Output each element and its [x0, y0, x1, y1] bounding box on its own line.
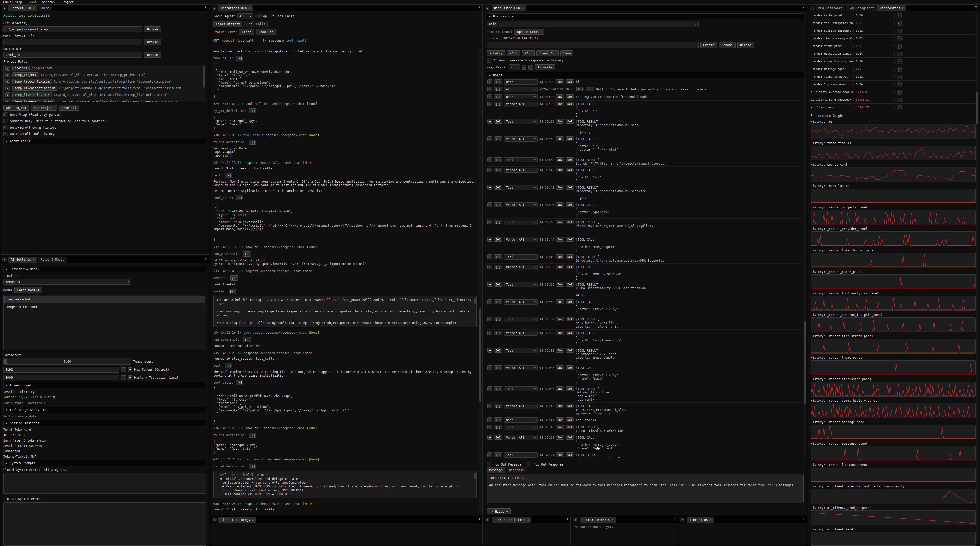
expand-entry-button[interactable]: [+]: [494, 102, 502, 106]
entry-role-select[interactable]: Tool▼: [504, 157, 538, 163]
entry-role-select[interactable]: Tool▼: [504, 254, 538, 260]
tab-operations-hub[interactable]: Operations HubX: [218, 5, 253, 11]
expand-entry-button[interactable]: [+]: [494, 435, 502, 440]
session-insights-section[interactable]: ▼Session Insights: [3, 420, 207, 426]
delete-entry-button[interactable]: Del: [566, 202, 574, 207]
main-context-file-input[interactable]: [3, 39, 142, 45]
insert-entry-button[interactable]: Ins: [556, 282, 564, 287]
new-project-button[interactable]: New Project: [31, 105, 57, 111]
max-tokens-minus-button[interactable]: -: [121, 367, 126, 372]
close-icon[interactable]: X: [205, 257, 207, 260]
timing-checkbox[interactable]: [897, 97, 902, 102]
scrollbar-thumb[interactable]: [479, 308, 481, 402]
close-icon[interactable]: X: [673, 517, 675, 521]
expand-entry-button[interactable]: [+]: [494, 168, 502, 172]
update-commit-button[interactable]: Update Commit: [514, 29, 544, 35]
entry-role-select[interactable]: Vendor API▼: [504, 237, 538, 242]
insert-entry-button[interactable]: Ins: [556, 299, 564, 304]
delete-entry-button[interactable]: Del: [566, 157, 574, 162]
tab-tier2-tech-lead[interactable]: Tier 2: Tech LeadX: [492, 517, 531, 523]
expand-entry-button[interactable]: [+]: [494, 265, 502, 269]
timing-checkbox[interactable]: [897, 21, 902, 26]
close-icon[interactable]: X: [803, 517, 804, 521]
add-before-button[interactable]: +: [487, 87, 492, 91]
output-dir-input[interactable]: ./md_gen: [3, 52, 142, 58]
tab-theme[interactable]: Theme: [38, 5, 52, 11]
delete-entry-button[interactable]: Del: [566, 452, 574, 457]
entry-role-select[interactable]: Vendor API▼: [504, 168, 538, 173]
delete-entry-button[interactable]: Del: [566, 265, 574, 269]
insert-entry-button[interactable]: Ins: [556, 94, 564, 99]
collapse-icon[interactable]: ▼: [485, 517, 490, 522]
timing-checkbox[interactable]: [897, 90, 902, 94]
entry-role-select[interactable]: Tool▼: [504, 282, 538, 287]
insert-entry-button[interactable]: Ins: [556, 202, 564, 207]
entry-role-select[interactable]: Tool▼: [504, 119, 538, 124]
tab-comms-history[interactable]: Comms History: [213, 21, 242, 27]
entry-role-select[interactable]: Tool▼: [504, 425, 538, 430]
collapse-icon[interactable]: ▼: [485, 6, 490, 11]
entry-role-select[interactable]: Tool▼: [504, 317, 538, 322]
tab-mma-dashboard[interactable]: MMA Dashboard: [816, 5, 845, 11]
add-before-button[interactable]: +: [487, 220, 492, 224]
insert-entry-button[interactable]: Ins: [556, 157, 564, 162]
remove-file-button[interactable]: x: [5, 93, 10, 97]
summary-only-checkbox[interactable]: [3, 119, 8, 123]
expand-button[interactable]: [+]: [243, 337, 251, 342]
expand-entry-button[interactable]: [+]: [494, 94, 502, 99]
timing-checkbox[interactable]: [897, 44, 902, 48]
expand-entry-button[interactable]: [+]: [494, 136, 502, 141]
entry-role-select[interactable]: Tool▼: [504, 220, 538, 225]
entry-role-select[interactable]: Tool▼: [504, 348, 538, 353]
roles-section[interactable]: ▶Roles: [487, 72, 804, 78]
delete-entry-button[interactable]: Del: [566, 102, 574, 106]
tab-context-hub[interactable]: Context HubX: [8, 5, 37, 11]
timing-checkbox[interactable]: [897, 105, 902, 110]
delete-entry-button[interactable]: Del: [566, 94, 574, 99]
entry-role-select[interactable]: Vendor API▼: [504, 435, 538, 440]
tab-close-icon[interactable]: X: [252, 519, 254, 522]
entry-role-select[interactable]: Tool▼: [504, 386, 538, 391]
expand-entry-button[interactable]: [+]: [494, 452, 502, 457]
tab-close-icon[interactable]: X: [248, 6, 250, 10]
add-before-button[interactable]: +: [487, 452, 492, 457]
expand-entry-button[interactable]: [+]: [494, 404, 502, 408]
create-discussion-button[interactable]: Create: [700, 42, 717, 48]
expand-button[interactable]: [+]: [236, 56, 243, 61]
add-before-button[interactable]: +: [487, 404, 492, 408]
model-option-deepseek-reasoner[interactable]: deepseek-reasoner: [4, 303, 205, 310]
tab-discussion-hub[interactable]: Discussion HubX: [492, 5, 526, 11]
timing-checkbox[interactable]: [897, 52, 902, 56]
add-before-button[interactable]: +: [487, 317, 492, 321]
add-before-button[interactable]: +: [487, 417, 492, 422]
project-file-chip[interactable]: temp_project: [12, 72, 39, 77]
entries-scrollbar[interactable]: [803, 78, 806, 458]
expand-entry-button[interactable]: [+]: [494, 80, 502, 84]
remove-file-button[interactable]: x: [5, 79, 10, 84]
close-icon[interactable]: X: [566, 517, 568, 521]
entry-role-select[interactable]: Vendor API▼: [504, 202, 538, 208]
close-icon[interactable]: X: [205, 6, 207, 9]
tab-tool-calls[interactable]: Tool Calls: [244, 21, 268, 27]
discussion-name-input[interactable]: [487, 42, 698, 48]
delete-entry-button[interactable]: Del: [566, 185, 574, 190]
to-history-button[interactable]: -> History: [487, 508, 511, 514]
tab-tier1-strategy[interactable]: Tier 1: StrategyX: [218, 517, 256, 523]
delete-entry-button[interactable]: Del: [566, 168, 574, 172]
delete-entry-button[interactable]: Del: [566, 136, 574, 141]
timing-checkbox[interactable]: [897, 67, 902, 72]
scrollbar-thumb[interactable]: [474, 473, 476, 479]
collapse-all-button[interactable]: -All: [507, 50, 520, 56]
browse-git-button[interactable]: Browse: [144, 26, 161, 32]
remove-file-button[interactable]: x: [5, 99, 10, 102]
model-option-deepseek-chat[interactable]: deepseek-chat: [4, 295, 205, 303]
delete-entry-button[interactable]: Del: [566, 348, 574, 353]
add-before-button[interactable]: +: [487, 168, 492, 172]
provider-select[interactable]: deepseek▼: [3, 279, 131, 285]
add-before-button[interactable]: +: [487, 435, 492, 440]
project-files-scrollbar[interactable]: [203, 65, 206, 101]
remove-file-button[interactable]: x: [5, 86, 10, 91]
expand-button[interactable]: [+]: [229, 289, 236, 294]
tab-close-icon[interactable]: X: [611, 519, 613, 522]
insert-entry-button[interactable]: Ins: [556, 254, 564, 259]
